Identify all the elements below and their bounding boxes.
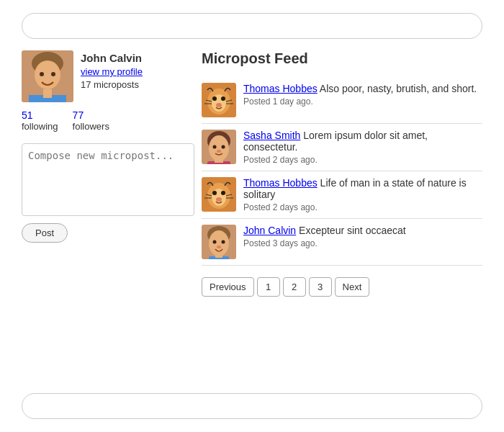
follow-stats: 51 following 77 followers: [22, 109, 194, 132]
feed-content-1: Thomas Hobbes Also poor, nasty, brutish,…: [243, 83, 482, 107]
followers-count[interactable]: 77: [73, 109, 84, 121]
svg-point-39: [222, 240, 225, 244]
prev-button[interactable]: Previous: [202, 277, 254, 297]
feed-list: Thomas Hobbes Also poor, nasty, brutish,…: [202, 77, 482, 266]
feed-post-line-4: John Calvin Excepteur sint occaecat: [243, 225, 482, 236]
svg-point-4: [51, 72, 55, 76]
feed-content-4: John Calvin Excepteur sint occaecat Post…: [243, 225, 482, 248]
sidebar: John Calvin view my profile 17 micropost…: [22, 50, 194, 243]
feed-post-line-3: Thomas Hobbes Life of man in a state of …: [243, 177, 482, 200]
feed-author-4[interactable]: John Calvin: [243, 225, 296, 236]
svg-point-16: [216, 103, 222, 107]
feed-content-2: Sasha Smith Lorem ipsum dolor sit amet, …: [243, 130, 482, 165]
feed-timestamp-4: Posted 3 days ago.: [243, 238, 482, 248]
following-stat: 51 following: [22, 109, 58, 132]
page-3-button[interactable]: 3: [309, 277, 332, 297]
feed-area: Micropost Feed: [202, 50, 482, 297]
following-label: following: [22, 121, 58, 132]
feed-post-line-2: Sasha Smith Lorem ipsum dolor sit amet, …: [243, 130, 482, 153]
following-count[interactable]: 51: [22, 109, 33, 121]
svg-point-20: [213, 145, 217, 149]
svg-point-38: [213, 240, 217, 244]
feed-avatar-woman: [202, 130, 236, 164]
feed-author-2[interactable]: Sasha Smith: [243, 130, 300, 141]
feed-avatar-tiger2: [202, 177, 236, 212]
feed-item: Sasha Smith Lorem ipsum dolor sit amet, …: [202, 124, 482, 171]
feed-post-line-1: Thomas Hobbes Also poor, nasty, brutish,…: [243, 83, 482, 94]
feed-author-1[interactable]: Thomas Hobbes: [243, 83, 318, 94]
svg-rect-42: [215, 252, 222, 258]
svg-point-32: [212, 191, 217, 195]
svg-point-40: [217, 246, 221, 248]
user-name: John Calvin: [81, 52, 143, 64]
feed-content-3: Thomas Hobbes Life of man in a state of …: [243, 177, 482, 212]
view-profile-link[interactable]: view my profile: [81, 66, 143, 77]
page-2-button[interactable]: 2: [283, 277, 306, 297]
svg-point-21: [222, 145, 225, 149]
svg-point-22: [217, 150, 221, 153]
feed-author-3[interactable]: Thomas Hobbes: [243, 177, 318, 189]
svg-point-15: [221, 96, 225, 101]
feed-timestamp-3: Posted 2 days ago.: [243, 202, 482, 212]
svg-point-33: [221, 191, 225, 195]
followers-label: followers: [73, 121, 109, 132]
feed-text-1: Also poor, nasty, brutish, and short.: [320, 83, 477, 94]
microposts-count: 17 microposts: [81, 79, 143, 90]
user-details: John Calvin view my profile 17 micropost…: [81, 50, 143, 90]
svg-rect-24: [215, 157, 223, 163]
svg-point-34: [216, 197, 222, 202]
user-info: John Calvin view my profile 17 micropost…: [22, 50, 194, 102]
svg-point-3: [40, 72, 44, 76]
followers-stat: 77 followers: [73, 109, 109, 132]
feed-title: Micropost Feed: [202, 50, 482, 67]
feed-item: Thomas Hobbes Life of man in a state of …: [202, 171, 482, 219]
post-button[interactable]: Post: [22, 223, 68, 243]
feed-avatar-boy: [202, 225, 236, 259]
page-1-button[interactable]: 1: [257, 277, 280, 297]
feed-item: Thomas Hobbes Also poor, nasty, brutish,…: [202, 77, 482, 124]
compose-box: [22, 143, 194, 216]
feed-text-4: Excepteur sint occaecat: [299, 225, 406, 236]
feed-avatar-tiger1: [202, 83, 236, 117]
svg-rect-6: [43, 89, 52, 98]
search-bar-bottom[interactable]: [22, 393, 482, 419]
search-bar-top[interactable]: [22, 13, 482, 39]
feed-timestamp-1: Posted 1 day ago.: [243, 96, 482, 107]
pagination: Previous 1 2 3 Next: [202, 277, 482, 297]
user-avatar: [22, 50, 73, 102]
next-button[interactable]: Next: [335, 277, 370, 297]
svg-point-14: [212, 96, 217, 101]
feed-timestamp-2: Posted 2 days ago.: [243, 155, 482, 165]
compose-textarea[interactable]: [28, 150, 188, 207]
feed-item: John Calvin Excepteur sint occaecat Post…: [202, 219, 482, 266]
